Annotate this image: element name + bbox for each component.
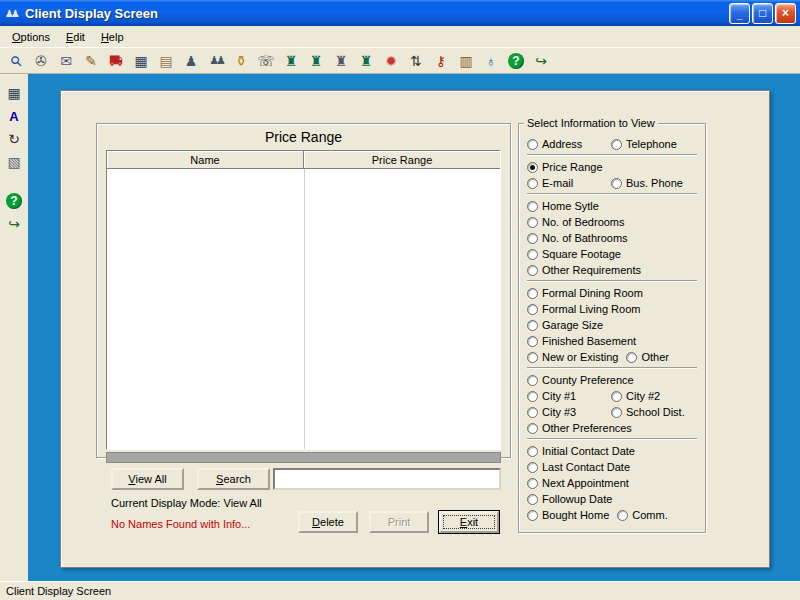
radio-other[interactable]: Other: [626, 351, 669, 363]
radio-home-sytle[interactable]: Home Sytle: [527, 200, 599, 212]
radio-formal-living-room[interactable]: Formal Living Room: [527, 303, 640, 315]
radio-button-icon[interactable]: [527, 446, 538, 457]
radio-button-icon[interactable]: [527, 336, 538, 347]
horizontal-scrollbar[interactable]: [106, 452, 501, 463]
building-1-icon[interactable]: ♜: [281, 51, 301, 71]
notepad-icon[interactable]: ▤: [156, 51, 176, 71]
radio-button-icon[interactable]: [527, 304, 538, 315]
radio-city-2[interactable]: City #2: [611, 390, 660, 402]
radio-telephone[interactable]: Telephone: [611, 138, 677, 150]
radio-e-mail[interactable]: E-mail: [527, 177, 603, 189]
radio-button-icon[interactable]: [626, 352, 637, 363]
radio-button-icon[interactable]: [527, 510, 538, 521]
radio-button-icon[interactable]: [611, 178, 622, 189]
radio-bought-home[interactable]: Bought Home: [527, 509, 609, 521]
refresh-icon[interactable]: ↻: [4, 129, 24, 149]
radio-button-icon[interactable]: [527, 217, 538, 228]
radio-button-icon[interactable]: [527, 462, 538, 473]
column-header-name[interactable]: Name: [107, 151, 304, 169]
radio-button-icon[interactable]: [527, 391, 538, 402]
radio-no-of-bedrooms[interactable]: No. of Bedrooms: [527, 216, 625, 228]
column-header-price-range[interactable]: Price Range: [304, 151, 500, 169]
radio-other-requirements[interactable]: Other Requirements: [527, 264, 641, 276]
grid-body[interactable]: [107, 169, 500, 449]
building-4-icon[interactable]: ♜: [356, 51, 376, 71]
building-3-icon[interactable]: ♜: [331, 51, 351, 71]
radio-button-icon[interactable]: [611, 407, 622, 418]
radio-button-icon[interactable]: [527, 288, 538, 299]
radio-city-1[interactable]: City #1: [527, 390, 603, 402]
radio-button-icon[interactable]: [527, 178, 538, 189]
radio-button-icon[interactable]: [527, 265, 538, 276]
print-preview-icon[interactable]: ✇: [31, 51, 51, 71]
radio-button-icon[interactable]: [527, 162, 538, 173]
maximize-button[interactable]: □: [752, 3, 773, 24]
view-all-button[interactable]: View All: [111, 468, 184, 490]
close-button[interactable]: ×: [775, 3, 796, 24]
radio-button-icon[interactable]: [527, 139, 538, 150]
radio-garage-size[interactable]: Garage Size: [527, 319, 603, 331]
key-icon[interactable]: ⚷: [431, 51, 451, 71]
radio-last-contact-date[interactable]: Last Contact Date: [527, 461, 630, 473]
delete-button[interactable]: Delete: [298, 511, 358, 533]
search-button[interactable]: Search: [197, 468, 270, 490]
picture-icon[interactable]: ▧: [4, 152, 24, 172]
help-icon[interactable]: ?: [6, 193, 22, 209]
radio-school-dist[interactable]: School Dist.: [611, 406, 685, 418]
radio-followup-date[interactable]: Followup Date: [527, 493, 612, 505]
minimize-button[interactable]: _: [729, 3, 750, 24]
radio-finished-basement[interactable]: Finished Basement: [527, 335, 636, 347]
building-2-icon[interactable]: ♜: [306, 51, 326, 71]
menu-options[interactable]: Options: [4, 28, 58, 46]
radio-button-icon[interactable]: [527, 407, 538, 418]
edit-notes-icon[interactable]: ✎: [81, 51, 101, 71]
radio-bus-phone[interactable]: Bus. Phone: [611, 177, 683, 189]
grid-icon[interactable]: ▦: [4, 83, 24, 103]
client-list-grid[interactable]: Name Price Range: [106, 150, 501, 450]
radio-initial-contact-date[interactable]: Initial Contact Date: [527, 445, 635, 457]
radio-other-preferences[interactable]: Other Preferences: [527, 422, 632, 434]
exit-button[interactable]: Exit: [439, 511, 499, 533]
radio-button-icon[interactable]: [527, 375, 538, 386]
sort-records-icon[interactable]: ⇅: [406, 51, 426, 71]
radio-formal-dining-room[interactable]: Formal Dining Room: [527, 287, 643, 299]
radio-price-range[interactable]: Price Range: [527, 161, 603, 173]
radio-next-appointment[interactable]: Next Appointment: [527, 477, 629, 489]
radio-no-of-bathrooms[interactable]: No. of Bathrooms: [527, 232, 628, 244]
radio-button-icon[interactable]: [527, 320, 538, 331]
menu-help[interactable]: Help: [93, 28, 132, 46]
radio-comm[interactable]: Comm.: [617, 509, 667, 521]
burst-icon[interactable]: ✹: [381, 51, 401, 71]
briefcase-icon[interactable]: ▥: [456, 51, 476, 71]
globe-icon[interactable]: ♁: [481, 51, 501, 71]
radio-county-preference[interactable]: County Preference: [527, 374, 634, 386]
search-input[interactable]: [273, 468, 501, 490]
radio-button-icon[interactable]: [611, 391, 622, 402]
radio-button-icon[interactable]: [527, 352, 538, 363]
help-icon[interactable]: ?: [508, 53, 524, 69]
radio-square-footage[interactable]: Square Footage: [527, 248, 621, 260]
calculator-icon[interactable]: ▦: [131, 51, 151, 71]
radio-address[interactable]: Address: [527, 138, 603, 150]
exit-icon[interactable]: ↪: [4, 214, 24, 234]
radio-button-icon[interactable]: [527, 233, 538, 244]
people-icon[interactable]: ♟♟: [206, 51, 226, 71]
radio-button-icon[interactable]: [611, 139, 622, 150]
fax-icon[interactable]: ☏: [256, 51, 276, 71]
menu-edit[interactable]: Edit: [58, 28, 93, 46]
person-icon[interactable]: ♟: [181, 51, 201, 71]
radio-new-or-existing[interactable]: New or Existing: [527, 351, 618, 363]
radio-button-icon[interactable]: [527, 423, 538, 434]
radio-button-icon[interactable]: [617, 510, 628, 521]
radio-button-icon[interactable]: [527, 494, 538, 505]
radio-button-icon[interactable]: [527, 201, 538, 212]
car-icon[interactable]: ⛟: [106, 51, 126, 71]
font-icon[interactable]: A: [4, 106, 24, 126]
radio-button-icon[interactable]: [527, 249, 538, 260]
radio-button-icon[interactable]: [527, 478, 538, 489]
mail-icon[interactable]: ✉: [56, 51, 76, 71]
find-client-icon[interactable]: ⚲: [2, 46, 30, 74]
exit-icon[interactable]: ↪: [531, 51, 551, 71]
radio-city-3[interactable]: City #3: [527, 406, 603, 418]
gold-cup-icon[interactable]: ⚱: [231, 51, 251, 71]
